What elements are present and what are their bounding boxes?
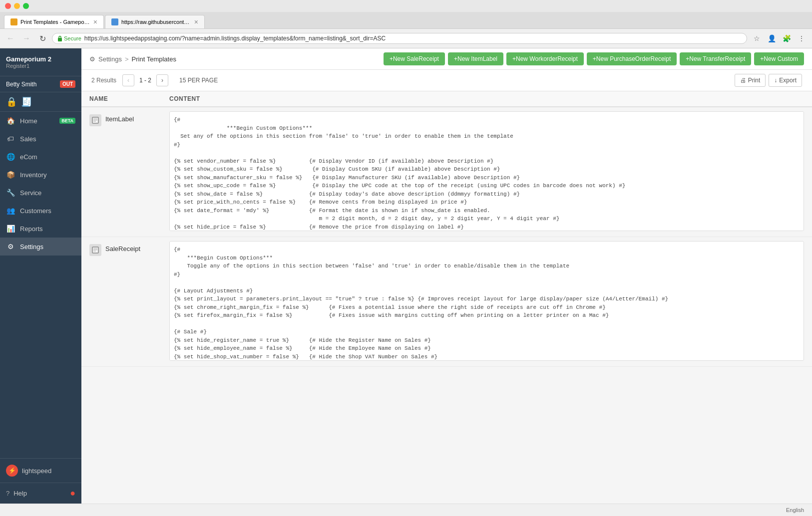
templates-table: NAME CONTENT ItemLabel (81, 91, 812, 367)
template-name-wrapper-2: SaleReceipt (89, 241, 153, 256)
customers-icon: 👥 (6, 207, 15, 215)
sidebar-item-reports[interactable]: 📊 Reports (0, 220, 81, 238)
secure-badge: Secure (57, 35, 81, 41)
new-item-label-button[interactable]: +New ItemLabel (448, 52, 503, 65)
inventory-icon: 📦 (6, 171, 15, 179)
sidebar-item-customers[interactable]: 👥 Customers (0, 202, 81, 220)
top-section: ⚙ Settings > Print Templates +New SaleRe… (81, 48, 812, 70)
browser-chrome: Print Templates - Gameporium × https://r… (0, 12, 812, 48)
new-transfer-receipt-button[interactable]: +New TransferReceipt (680, 52, 751, 65)
breadcrumb-current: Print Templates (132, 55, 176, 63)
tab-close-1[interactable]: × (93, 18, 97, 26)
table-controls-left: 2 Results ‹ 1 - 2 › 15 PER PAGE (91, 74, 223, 86)
template-icon-2 (89, 244, 101, 256)
template-content-textarea-1[interactable] (169, 111, 804, 231)
sidebar-item-sales[interactable]: 🏷 Sales (0, 130, 81, 148)
beta-badge: BETA (59, 118, 75, 124)
receipt-button[interactable]: 🧾 (21, 96, 32, 107)
table-actions: 🖨 Print ↓ Export (735, 74, 802, 87)
help-bar: ? Help ● (0, 483, 81, 504)
service-icon: 🔧 (6, 189, 15, 197)
export-button[interactable]: ↓ Export (769, 74, 802, 87)
ecom-icon: 🌐 (6, 153, 15, 161)
pagination-prev-button[interactable]: ‹ (122, 74, 134, 86)
window-minimize-button[interactable] (14, 3, 20, 9)
lock-button[interactable]: 🔒 (6, 96, 17, 107)
pagination-current: 1 - 2 (136, 77, 154, 84)
template-content-textarea-2[interactable] (169, 241, 804, 361)
content-area: NAME CONTENT ItemLabel (81, 91, 812, 504)
forward-button[interactable]: → (20, 32, 33, 45)
svg-rect-0 (58, 38, 62, 41)
home-icon: 🏠 (6, 117, 15, 125)
sidebar-item-label-ecom: eCom (20, 153, 75, 161)
template-name-wrapper-1: ItemLabel (89, 111, 153, 126)
window-close-button[interactable] (5, 3, 11, 9)
new-workorder-receipt-button[interactable]: +New WorkorderReceipt (506, 52, 584, 65)
per-page-selector[interactable]: 15 PER PAGE (174, 77, 223, 84)
reports-icon: 📊 (6, 225, 15, 233)
new-custom-button[interactable]: +New Custom (754, 52, 804, 65)
notification-icon: ● (70, 488, 75, 499)
sidebar-item-label-reports: Reports (20, 225, 75, 233)
table-row: ItemLabel (81, 107, 812, 237)
tab-close-2[interactable]: × (194, 18, 198, 26)
tab-2[interactable]: https://raw.githubusercontent... × (105, 15, 205, 28)
lightspeed-logo-text: lightspeed (22, 467, 51, 475)
table-row: SaleReceipt (81, 237, 812, 367)
reload-button[interactable]: ↻ (36, 32, 49, 45)
profile-button[interactable]: 👤 (765, 32, 778, 45)
bookmark-button[interactable]: ☆ (750, 32, 763, 45)
extensions-button[interactable]: 🧩 (780, 32, 793, 45)
print-icon: 🖨 (740, 77, 746, 84)
sidebar-item-inventory[interactable]: 📦 Inventory (0, 166, 81, 184)
app-container: Gameporium 2 Register1 Betty Smith OUT 🔒… (0, 48, 812, 504)
sidebar-item-label-service: Service (20, 189, 75, 197)
table-header: NAME CONTENT (81, 91, 812, 107)
export-label: Export (779, 77, 797, 84)
new-sale-receipt-button[interactable]: +New SaleReceipt (384, 52, 445, 65)
sidebar-item-label-sales: Sales (20, 135, 75, 143)
template-name-text-2: SaleReceipt (105, 243, 140, 253)
sidebar-quick-actions: 🔒 🧾 (0, 92, 81, 112)
sidebar-item-settings[interactable]: ⚙ Settings (0, 238, 81, 256)
footer: English (0, 504, 812, 516)
template-icon-1 (89, 114, 101, 126)
nav-bar: ← → ↻ Secure https://us.lightspeedappsta… (0, 28, 812, 48)
breadcrumb-settings[interactable]: Settings (98, 55, 122, 63)
pagination-next-button[interactable]: › (156, 74, 168, 86)
language-selector[interactable]: English (786, 507, 804, 513)
main-content: ⚙ Settings > Print Templates +New SaleRe… (81, 48, 812, 504)
template-name-cell-2: SaleReceipt (81, 237, 161, 367)
breadcrumb: ⚙ Settings > Print Templates (89, 55, 176, 63)
template-content-cell-1 (161, 107, 812, 237)
pagination: ‹ 1 - 2 › (122, 74, 168, 86)
template-name-text-1: ItemLabel (105, 113, 134, 123)
sidebar-item-ecom[interactable]: 🌐 eCom (0, 148, 81, 166)
out-badge: OUT (60, 80, 75, 88)
address-bar[interactable]: Secure https://us.lightspeedappstaging.c… (52, 33, 747, 44)
sidebar-item-label-customers: Customers (20, 207, 75, 215)
sidebar-nav: 🏠 Home BETA 🏷 Sales 🌐 eCom 📦 Inventory 🔧… (0, 112, 81, 458)
template-name-cell-1: ItemLabel (81, 107, 161, 237)
tab-title-2: https://raw.githubusercontent... (121, 19, 191, 25)
user-bar: Betty Smith OUT (0, 76, 81, 92)
sidebar-item-home[interactable]: 🏠 Home BETA (0, 112, 81, 130)
settings-gear-icon: ⚙ (89, 55, 95, 63)
print-label: Print (748, 77, 761, 84)
back-button[interactable]: ← (4, 32, 17, 45)
new-purchase-order-receipt-button[interactable]: +New PurchaseOrderReceipt (587, 52, 677, 65)
window-controls (0, 0, 812, 12)
help-label: Help (13, 490, 27, 497)
print-button[interactable]: 🖨 Print (735, 74, 766, 87)
sidebar-item-label-settings: Settings (20, 243, 75, 251)
sidebar-item-label-inventory: Inventory (20, 171, 75, 179)
company-name: Gameporium 2 (6, 55, 75, 63)
sidebar-item-service[interactable]: 🔧 Service (0, 184, 81, 202)
tab-1[interactable]: Print Templates - Gameporium × (4, 15, 104, 28)
window-maximize-button[interactable] (23, 3, 29, 9)
lightspeed-logo-mark: ⚡ (6, 465, 18, 477)
tab-favicon-1 (10, 18, 17, 25)
menu-button[interactable]: ⋮ (795, 32, 808, 45)
sidebar-item-label-home: Home (20, 117, 54, 125)
